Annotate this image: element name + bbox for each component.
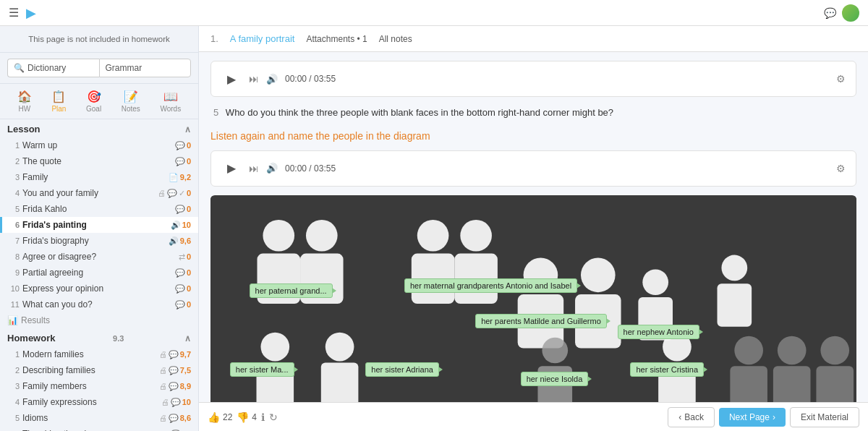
like-group: 👍 22 [208, 411, 232, 423]
svg-rect-30 [816, 366, 854, 402]
audio2-volume-button[interactable]: 🔊 [266, 163, 278, 174]
audio-player-2: ▶ ⏭ 🔊 00:00 / 03:55 ⚙ [210, 150, 856, 187]
hw-item-6[interactable]: 6 The older, the wiser 🖨💬 10 [0, 426, 198, 431]
svg-point-29 [820, 336, 849, 364]
nav-hw[interactable]: 🏠 HW [17, 90, 32, 113]
chat-icon[interactable]: 💬 [824, 7, 836, 19]
svg-point-15 [721, 255, 747, 281]
svg-rect-28 [773, 366, 811, 402]
hw-item-2[interactable]: 2 Describing families 🖨💬 7,5 [0, 362, 198, 378]
svg-rect-20 [321, 362, 359, 402]
next-page-button[interactable]: Next Page › [719, 408, 786, 427]
lesson-item-2[interactable]: 2 The quote 💬 0 [0, 153, 198, 169]
dislike-count: 4 [252, 412, 257, 422]
main-content: 1. A family portrait Attachments • 1 All… [199, 26, 868, 431]
svg-point-1 [263, 219, 294, 251]
label-sister-m: her sister Ma... [230, 362, 294, 377]
play-brand-icon: ▶ [26, 5, 36, 21]
listen-instruction: Listen again and name the people in the … [210, 130, 856, 142]
hw-icon: 🏠 [17, 90, 32, 103]
lesson-item-10[interactable]: 10 Express your opinion 💬 0 [0, 281, 198, 296]
audio2-skip-button[interactable]: ⏭ [249, 163, 259, 174]
audio1-volume-button[interactable]: 🔊 [266, 74, 278, 85]
lesson-item-1[interactable]: 1 Warm up 💬 0 [0, 137, 198, 153]
lesson-item-4[interactable]: 4 You and your family 🖨💬✓ 0 [0, 185, 198, 201]
info-icon[interactable]: ℹ [261, 411, 265, 423]
bottom-actions: 👍 22 👎 4 ℹ ↻ [208, 411, 662, 423]
svg-point-27 [778, 336, 807, 364]
hamburger-icon[interactable]: ☰ [9, 6, 19, 20]
lesson-item-7[interactable]: 7 Frida's biography 🔊 9,6 [0, 233, 198, 249]
hw-item-3[interactable]: 3 Family members 🖨💬 8,9 [0, 378, 198, 394]
back-button[interactable]: ‹ Back [668, 407, 715, 427]
lesson-item-3[interactable]: 3 Family 📄 9,2 [0, 169, 198, 185]
audio1-skip-button[interactable]: ⏭ [249, 73, 259, 85]
label-parents: her parents Matilde and Guillermo [475, 314, 607, 328]
top-bar: ☰ ▶ 💬 [0, 0, 868, 26]
hw-item-1[interactable]: 1 Modern families 🖨💬 9,7 [0, 346, 198, 362]
lesson-list: Lesson ∧ 1 Warm up 💬 0 2 The quote 💬 0 3… [0, 119, 198, 431]
results-item[interactable]: 📊 Results [0, 312, 198, 328]
lesson-item-6[interactable]: 6 Frida's painting 🔊 10 [0, 217, 198, 233]
lesson-item-9[interactable]: 9 Partial agreeing 💬 0 [0, 265, 198, 281]
bottom-bar: 👍 22 👎 4 ℹ ↻ ‹ Back Next Page › [199, 402, 868, 431]
label-sister-adriana: her sister Adriana [365, 362, 439, 377]
nav-goal[interactable]: 🎯 Goal [86, 90, 101, 113]
top-bar-right: 💬 [824, 4, 859, 22]
hw-notice: This page is not included in homework [0, 26, 198, 53]
lesson-chevron-icon: ∧ [184, 124, 191, 135]
audio1-play-button[interactable]: ▶ [221, 69, 242, 89]
lesson-num: 1. [210, 33, 218, 44]
audio1-time: 00:00 / 03:55 [285, 74, 829, 84]
goal-icon: 🎯 [87, 90, 101, 103]
icon-nav: 🏠 HW 📋 Plan 🎯 Goal 📝 Notes 📖 Words [0, 84, 198, 119]
grammar-button[interactable]: Grammar [99, 59, 192, 77]
lesson-item-11[interactable]: 11 What can you do? 💬 0 [0, 296, 198, 312]
all-notes-link[interactable]: All notes [379, 34, 412, 44]
svg-point-25 [734, 336, 763, 364]
plan-icon: 📋 [51, 90, 66, 103]
dislike-icon[interactable]: 👎 [237, 411, 249, 423]
words-icon: 📖 [163, 90, 178, 103]
svg-point-17 [260, 332, 289, 361]
nav-words[interactable]: 📖 Words [160, 90, 181, 113]
avatar[interactable] [842, 4, 859, 22]
lesson-item-8[interactable]: 8 Agree or disagree? ⇄ 0 [0, 249, 198, 265]
audio-player-1: ▶ ⏭ 🔊 00:00 / 03:55 ⚙ [210, 61, 856, 97]
notes-icon: 📝 [124, 90, 138, 103]
svg-rect-26 [730, 366, 767, 402]
exit-material-button[interactable]: Exit Material [790, 407, 859, 427]
audio2-settings-button[interactable]: ⚙ [836, 163, 846, 174]
family-diagram: her paternal grand... her maternal grand… [210, 195, 856, 403]
attachments-label: Attachments • 1 [306, 34, 367, 44]
lesson-section-header: Lesson ∧ [0, 119, 198, 137]
audio1-settings-button[interactable]: ⚙ [836, 73, 846, 85]
hw-item-5[interactable]: 5 Idioms 🖨💬 8,6 [0, 410, 198, 426]
lesson-item-5[interactable]: 5 Frida Kahlo 💬 0 [0, 201, 198, 217]
chevron-right-icon: › [773, 412, 775, 422]
svg-rect-16 [718, 283, 752, 327]
dictionary-button[interactable]: 🔍 Dictionary [7, 59, 99, 77]
like-count: 22 [223, 412, 232, 422]
refresh-icon[interactable]: ↻ [269, 411, 278, 423]
svg-point-21 [542, 337, 568, 363]
label-niece-isolda: her niece Isolda [521, 372, 589, 386]
svg-point-11 [581, 257, 616, 292]
question-5: 5 Who do you think the three people with… [210, 106, 856, 120]
audio2-time: 00:00 / 03:55 [285, 163, 829, 174]
dislike-group: 👎 4 [237, 411, 257, 423]
like-icon[interactable]: 👍 [208, 411, 220, 423]
hw-item-4[interactable]: 4 Family expressions 🖨💬 10 [0, 394, 198, 410]
label-sister-cristina: her sister Cristina [630, 362, 704, 377]
svg-point-7 [460, 219, 492, 251]
lesson-title: A family portrait [230, 33, 295, 44]
nav-plan[interactable]: 📋 Plan [51, 90, 66, 113]
content-header: 1. A family portrait Attachments • 1 All… [199, 26, 868, 52]
homework-chevron-icon: ∧ [184, 333, 191, 343]
sidebar: This page is not included in homework 🔍 … [0, 26, 199, 431]
svg-point-13 [642, 269, 668, 295]
audio2-play-button[interactable]: ▶ [221, 158, 242, 179]
homework-section-header: Homework 9.3 ∧ [0, 328, 198, 346]
label-maternal-grand: her maternal grandparents Antonio and Is… [404, 278, 577, 293]
nav-notes[interactable]: 📝 Notes [122, 90, 140, 113]
